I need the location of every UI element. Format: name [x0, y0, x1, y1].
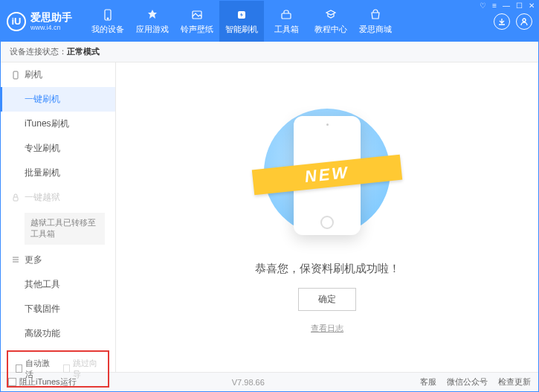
- content: NEW 恭喜您，保资料刷机成功啦！ 确定 查看日志: [116, 62, 538, 372]
- tutorial-icon: [324, 8, 338, 22]
- checkbox-icon: [63, 364, 70, 373]
- sidebar-item-pro-flash[interactable]: 专业刷机: [1, 136, 115, 161]
- sidebar-section-jailbreak: 一键越狱: [1, 185, 115, 210]
- svg-point-1: [107, 18, 109, 19]
- gift-icon[interactable]: ♡: [480, 1, 486, 10]
- checkbox-label: 跳过向导: [73, 358, 100, 380]
- ok-button[interactable]: 确定: [298, 288, 356, 311]
- nav-shop[interactable]: 爱思商城: [353, 1, 398, 42]
- close-icon[interactable]: ✕: [529, 1, 535, 10]
- svg-rect-6: [13, 71, 18, 79]
- flash-icon: [235, 8, 248, 22]
- app-icon: [146, 8, 159, 22]
- nav-ringtones[interactable]: 铃声壁纸: [175, 1, 219, 42]
- svg-rect-7: [13, 197, 18, 201]
- list-icon: [11, 255, 20, 264]
- minimize-icon[interactable]: —: [503, 1, 510, 10]
- nav-toolbox[interactable]: 工具箱: [264, 1, 309, 42]
- nav-my-device[interactable]: 我的设备: [85, 1, 130, 42]
- logo-icon: iU: [7, 12, 26, 31]
- success-message: 恭喜您，保资料刷机成功啦！: [255, 262, 400, 276]
- connection-status: 正常模式: [67, 46, 100, 57]
- nav-label: 我的设备: [91, 24, 124, 35]
- toolbox-icon: [280, 8, 293, 22]
- nav-label: 教程中心: [314, 24, 347, 35]
- nav-label: 应用游戏: [136, 24, 169, 35]
- sidebar: 刷机 一键刷机 iTunes刷机 专业刷机 批量刷机 一键越狱 越狱工具已转移至…: [1, 62, 116, 372]
- lock-icon: [11, 193, 20, 202]
- header: iU 爱思助手 www.i4.cn 我的设备 应用游戏 铃声壁纸 智能刷机 工具…: [1, 1, 538, 42]
- checkbox-label: 阻止iTunes运行: [19, 376, 77, 388]
- image-icon: [190, 8, 204, 22]
- phone-small-icon: [11, 71, 20, 80]
- sidebar-item-itunes-flash[interactable]: iTunes刷机: [1, 112, 115, 136]
- sidebar-item-advanced[interactable]: 高级功能: [1, 321, 115, 346]
- svg-rect-4: [282, 13, 291, 19]
- status-link-wechat[interactable]: 微信公众号: [447, 376, 488, 388]
- sidebar-item-oneclick-flash[interactable]: 一键刷机: [1, 87, 115, 112]
- shop-icon: [369, 8, 382, 22]
- svg-point-5: [523, 19, 526, 22]
- nav-label: 智能刷机: [225, 24, 258, 35]
- nav-label: 铃声壁纸: [181, 24, 213, 35]
- navbar: 我的设备 应用游戏 铃声壁纸 智能刷机 工具箱 教程中心 爱思商城: [85, 1, 398, 42]
- checkbox-icon: [8, 378, 16, 386]
- version-label: V7.98.66: [232, 378, 265, 387]
- logo-title: 爱思助手: [30, 11, 72, 24]
- section-label: 一键越狱: [25, 191, 60, 204]
- maximize-icon[interactable]: ☐: [516, 1, 523, 10]
- subheader: 设备连接状态： 正常模式: [1, 42, 538, 62]
- sidebar-item-batch-flash[interactable]: 批量刷机: [1, 161, 115, 185]
- nav-label: 工具箱: [274, 24, 299, 35]
- connection-prefix: 设备连接状态：: [10, 46, 67, 57]
- nav-apps[interactable]: 应用游戏: [130, 1, 175, 42]
- view-log-link[interactable]: 查看日志: [311, 323, 343, 334]
- sidebar-section-flash[interactable]: 刷机: [1, 62, 115, 87]
- checkbox-icon: [16, 364, 22, 373]
- sidebar-item-other-tools[interactable]: 其他工具: [1, 272, 115, 297]
- section-label: 刷机: [25, 68, 42, 81]
- block-itunes-checkbox[interactable]: 阻止iTunes运行: [8, 376, 77, 388]
- section-label: 更多: [25, 254, 42, 266]
- main: 刷机 一键刷机 iTunes刷机 专业刷机 批量刷机 一键越狱 越狱工具已转移至…: [1, 62, 538, 372]
- menu-icon[interactable]: ≡: [492, 1, 497, 10]
- jailbreak-note: 越狱工具已转移至工具箱: [25, 213, 105, 245]
- logo-subtitle: www.i4.cn: [30, 24, 72, 32]
- sidebar-section-more[interactable]: 更多: [1, 248, 115, 272]
- download-button[interactable]: [494, 13, 510, 30]
- nav-tutorials[interactable]: 教程中心: [309, 1, 353, 42]
- phone-icon: [101, 8, 114, 22]
- success-illustration: NEW: [260, 101, 394, 250]
- sidebar-item-download-fw[interactable]: 下载固件: [1, 297, 115, 321]
- nav-label: 爱思商城: [359, 24, 392, 35]
- status-link-update[interactable]: 检查更新: [498, 376, 531, 388]
- logo: iU 爱思助手 www.i4.cn: [7, 11, 85, 32]
- status-link-support[interactable]: 客服: [420, 376, 436, 388]
- nav-flash[interactable]: 智能刷机: [219, 1, 264, 42]
- user-button[interactable]: [516, 13, 532, 30]
